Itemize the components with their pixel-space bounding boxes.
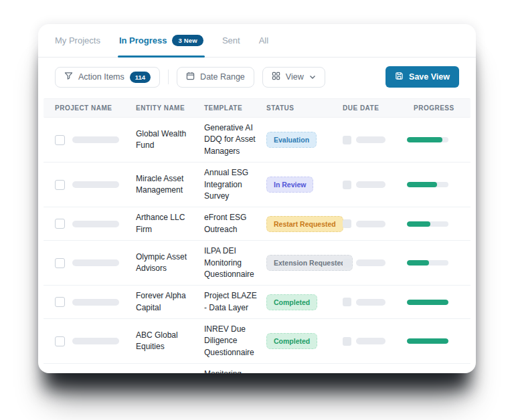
row-checkbox[interactable] [55, 297, 65, 307]
date-range-label: Date Range [200, 72, 245, 82]
due-date-icon-placeholder [343, 219, 351, 228]
entity-name: ABC Global Equities [136, 325, 204, 358]
project-name-placeholder [72, 338, 119, 344]
chevron-down-icon [309, 72, 316, 82]
progress-fill [407, 221, 430, 227]
project-name-placeholder [72, 136, 119, 143]
progress-cell [407, 182, 470, 187]
tab-sent[interactable]: Sent [222, 24, 240, 57]
due-date-placeholder [356, 221, 386, 227]
status-cell: Extension Requested [266, 255, 343, 271]
status-badge: In Review [266, 177, 313, 193]
progress-cell [407, 137, 470, 142]
project-name-placeholder [72, 259, 119, 266]
progress-bar [407, 182, 448, 187]
table-row[interactable]: Global Wealth Fund Generative AI DDQ for… [44, 118, 470, 163]
tab-label: Sent [222, 35, 240, 45]
row-checkbox[interactable] [55, 135, 65, 145]
toolbar: Action Items 114 Date Range [38, 58, 476, 96]
template-name: Annual ESG Integration Survey [204, 163, 266, 207]
view-button[interactable]: View [262, 67, 325, 88]
tab-bar: My Projects In Progress 3 New Sent All [38, 24, 476, 58]
entity-name: Miracle Asset Management [136, 169, 204, 201]
grid-view-icon [272, 72, 280, 82]
due-date-placeholder [356, 299, 386, 306]
due-date-cell [343, 259, 407, 268]
template-name: Project BLAZE - Data Layer [204, 286, 266, 318]
row-checkbox[interactable] [55, 219, 65, 229]
view-label: View [286, 72, 304, 82]
status-cell: Restart Requested [266, 216, 343, 232]
table-body: Global Wealth Fund Generative AI DDQ for… [44, 118, 470, 373]
progress-cell [407, 300, 470, 305]
progress-cell [407, 221, 470, 227]
progress-cell [407, 338, 470, 344]
table-row[interactable]: Olympic Asset Advisors ILPA DEI Monitori… [44, 241, 470, 286]
column-header-status: Status [266, 104, 343, 112]
status-badge: Restart Requested [266, 216, 343, 232]
project-name-cell [44, 336, 136, 346]
row-checkbox[interactable] [55, 258, 65, 268]
table-row[interactable]: Arthance LLC Firm eFront ESG Outreach Re… [44, 207, 470, 241]
tab-label: My Projects [55, 35, 100, 45]
project-name-placeholder [72, 181, 119, 188]
project-name-cell [44, 135, 136, 145]
due-date-placeholder [356, 136, 386, 143]
progress-fill [407, 260, 429, 266]
entity-name: Global Wealth Fund [136, 124, 204, 156]
progress-bar [407, 300, 448, 305]
due-date-cell [343, 181, 407, 189]
save-view-label: Save View [409, 72, 450, 82]
tab-in-progress[interactable]: In Progress 3 New [119, 24, 203, 57]
progress-bar [407, 338, 448, 344]
entity-name: Arthance LLC Firm [136, 207, 204, 240]
template-name: eFront ESG Outreach [204, 207, 266, 240]
save-view-button[interactable]: Save View [386, 66, 459, 88]
template-name: Generative AI DDQ for Asset Managers [204, 118, 266, 162]
entity-name: Forever Alpha Capital [136, 286, 204, 318]
column-header-template: Template [204, 104, 266, 112]
due-date-cell [343, 136, 407, 144]
due-date-icon-placeholder [343, 181, 351, 189]
new-count-badge: 3 New [172, 35, 203, 46]
date-range-button[interactable]: Date Range [177, 67, 254, 88]
tab-all[interactable]: All [259, 24, 268, 57]
table-row[interactable]: Forever Alpha Capital Project BLAZE - Da… [44, 286, 470, 319]
due-date-icon-placeholder [343, 337, 351, 346]
tab-my-projects[interactable]: My Projects [55, 24, 100, 57]
due-date-placeholder [356, 338, 386, 344]
template-name: INREV Due Diligence Questionnaire [204, 319, 266, 363]
due-date-cell [343, 298, 407, 306]
toolbar-divider [168, 70, 169, 84]
progress-bar [407, 221, 448, 227]
progress-bar [407, 137, 448, 142]
action-items-button[interactable]: Action Items 114 [55, 67, 160, 88]
due-date-placeholder [356, 259, 386, 266]
table-row[interactable]: Miracle Asset Management Annual ESG Inte… [44, 163, 470, 207]
progress-cell [407, 260, 470, 266]
entity-name: Olympic Asset Advisors [136, 247, 204, 280]
row-checkbox[interactable] [55, 180, 65, 190]
progress-bar [407, 260, 448, 266]
table-row[interactable]: ABC Global Equities INREV Due Diligence … [44, 319, 470, 364]
template-name: ILPA DEI Monitoring Questionnaire [204, 241, 266, 285]
calendar-icon [186, 72, 195, 82]
row-checkbox[interactable] [55, 336, 65, 346]
status-cell: Completed [266, 333, 343, 349]
due-date-icon-placeholder [343, 259, 351, 268]
column-header-due-date: Due Date [343, 104, 407, 112]
status-cell: Completed [266, 294, 343, 310]
column-header-project-name: Project Name [44, 104, 136, 112]
status-badge: Completed [266, 333, 317, 349]
projects-table: Project Name Entity Name Template Status… [44, 98, 470, 373]
progress-fill [407, 182, 437, 187]
progress-fill [407, 338, 448, 344]
column-header-entity-name: Entity Name [136, 104, 204, 112]
project-name-cell [44, 258, 136, 268]
status-badge: Evaluation [266, 132, 317, 148]
projects-panel: My Projects In Progress 3 New Sent All A… [38, 24, 476, 373]
due-date-icon-placeholder [343, 136, 351, 144]
status-badge: Extension Requested [266, 255, 353, 271]
table-row[interactable]: Dilute Capitals Monitoring Annual DDQ ( … [44, 364, 470, 373]
project-name-cell [44, 219, 136, 229]
